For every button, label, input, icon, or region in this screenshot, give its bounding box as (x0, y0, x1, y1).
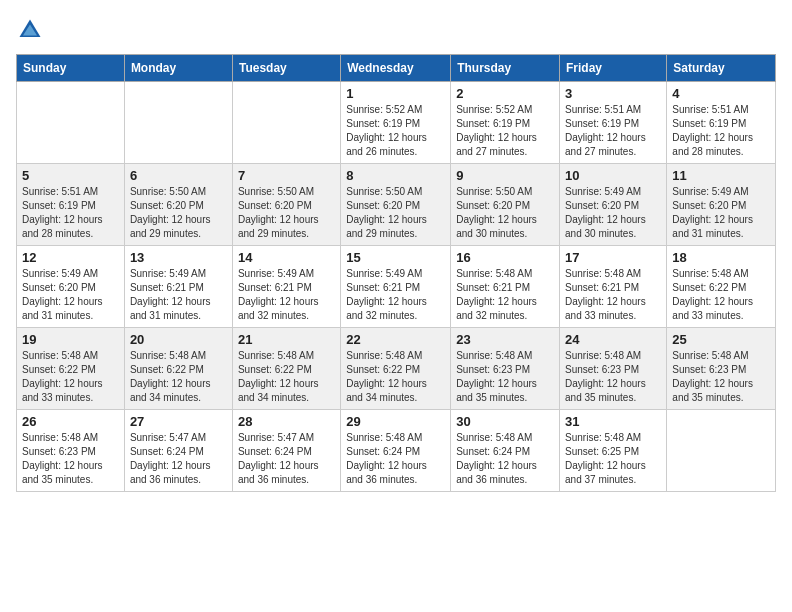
calendar-cell: 17Sunrise: 5:48 AM Sunset: 6:21 PM Dayli… (560, 246, 667, 328)
day-info: Sunrise: 5:52 AM Sunset: 6:19 PM Dayligh… (346, 103, 445, 159)
day-header-sunday: Sunday (17, 55, 125, 82)
day-number: 9 (456, 168, 554, 183)
day-info: Sunrise: 5:48 AM Sunset: 6:23 PM Dayligh… (565, 349, 661, 405)
day-info: Sunrise: 5:48 AM Sunset: 6:22 PM Dayligh… (672, 267, 770, 323)
day-number: 3 (565, 86, 661, 101)
day-info: Sunrise: 5:48 AM Sunset: 6:24 PM Dayligh… (346, 431, 445, 487)
day-info: Sunrise: 5:48 AM Sunset: 6:21 PM Dayligh… (456, 267, 554, 323)
calendar-cell: 7Sunrise: 5:50 AM Sunset: 6:20 PM Daylig… (232, 164, 340, 246)
day-number: 31 (565, 414, 661, 429)
day-info: Sunrise: 5:48 AM Sunset: 6:21 PM Dayligh… (565, 267, 661, 323)
calendar-cell: 6Sunrise: 5:50 AM Sunset: 6:20 PM Daylig… (124, 164, 232, 246)
day-number: 17 (565, 250, 661, 265)
day-info: Sunrise: 5:49 AM Sunset: 6:21 PM Dayligh… (130, 267, 227, 323)
day-info: Sunrise: 5:51 AM Sunset: 6:19 PM Dayligh… (565, 103, 661, 159)
day-info: Sunrise: 5:49 AM Sunset: 6:20 PM Dayligh… (565, 185, 661, 241)
day-info: Sunrise: 5:50 AM Sunset: 6:20 PM Dayligh… (238, 185, 335, 241)
calendar-cell: 30Sunrise: 5:48 AM Sunset: 6:24 PM Dayli… (451, 410, 560, 492)
week-row-2: 5Sunrise: 5:51 AM Sunset: 6:19 PM Daylig… (17, 164, 776, 246)
calendar-cell: 24Sunrise: 5:48 AM Sunset: 6:23 PM Dayli… (560, 328, 667, 410)
day-info: Sunrise: 5:49 AM Sunset: 6:21 PM Dayligh… (238, 267, 335, 323)
calendar-cell (232, 82, 340, 164)
day-info: Sunrise: 5:51 AM Sunset: 6:19 PM Dayligh… (22, 185, 119, 241)
calendar-cell: 9Sunrise: 5:50 AM Sunset: 6:20 PM Daylig… (451, 164, 560, 246)
day-number: 13 (130, 250, 227, 265)
week-row-4: 19Sunrise: 5:48 AM Sunset: 6:22 PM Dayli… (17, 328, 776, 410)
day-number: 16 (456, 250, 554, 265)
day-info: Sunrise: 5:47 AM Sunset: 6:24 PM Dayligh… (130, 431, 227, 487)
day-number: 23 (456, 332, 554, 347)
day-info: Sunrise: 5:48 AM Sunset: 6:23 PM Dayligh… (672, 349, 770, 405)
day-number: 7 (238, 168, 335, 183)
day-number: 18 (672, 250, 770, 265)
day-info: Sunrise: 5:51 AM Sunset: 6:19 PM Dayligh… (672, 103, 770, 159)
day-info: Sunrise: 5:48 AM Sunset: 6:23 PM Dayligh… (456, 349, 554, 405)
day-number: 12 (22, 250, 119, 265)
calendar-cell: 16Sunrise: 5:48 AM Sunset: 6:21 PM Dayli… (451, 246, 560, 328)
day-number: 1 (346, 86, 445, 101)
day-number: 8 (346, 168, 445, 183)
day-number: 4 (672, 86, 770, 101)
calendar-cell: 29Sunrise: 5:48 AM Sunset: 6:24 PM Dayli… (341, 410, 451, 492)
day-number: 30 (456, 414, 554, 429)
calendar-cell: 11Sunrise: 5:49 AM Sunset: 6:20 PM Dayli… (667, 164, 776, 246)
day-info: Sunrise: 5:50 AM Sunset: 6:20 PM Dayligh… (346, 185, 445, 241)
day-header-tuesday: Tuesday (232, 55, 340, 82)
day-number: 14 (238, 250, 335, 265)
week-row-1: 1Sunrise: 5:52 AM Sunset: 6:19 PM Daylig… (17, 82, 776, 164)
calendar-cell: 19Sunrise: 5:48 AM Sunset: 6:22 PM Dayli… (17, 328, 125, 410)
calendar-cell: 21Sunrise: 5:48 AM Sunset: 6:22 PM Dayli… (232, 328, 340, 410)
day-number: 28 (238, 414, 335, 429)
day-number: 29 (346, 414, 445, 429)
calendar-cell: 8Sunrise: 5:50 AM Sunset: 6:20 PM Daylig… (341, 164, 451, 246)
day-number: 21 (238, 332, 335, 347)
page-header (16, 16, 776, 44)
day-header-saturday: Saturday (667, 55, 776, 82)
day-info: Sunrise: 5:50 AM Sunset: 6:20 PM Dayligh… (456, 185, 554, 241)
day-info: Sunrise: 5:48 AM Sunset: 6:24 PM Dayligh… (456, 431, 554, 487)
calendar-cell: 4Sunrise: 5:51 AM Sunset: 6:19 PM Daylig… (667, 82, 776, 164)
day-number: 24 (565, 332, 661, 347)
calendar-cell: 18Sunrise: 5:48 AM Sunset: 6:22 PM Dayli… (667, 246, 776, 328)
calendar-table: SundayMondayTuesdayWednesdayThursdayFrid… (16, 54, 776, 492)
day-number: 22 (346, 332, 445, 347)
calendar-cell (124, 82, 232, 164)
calendar-cell: 12Sunrise: 5:49 AM Sunset: 6:20 PM Dayli… (17, 246, 125, 328)
day-header-monday: Monday (124, 55, 232, 82)
week-row-3: 12Sunrise: 5:49 AM Sunset: 6:20 PM Dayli… (17, 246, 776, 328)
day-header-thursday: Thursday (451, 55, 560, 82)
calendar-cell (667, 410, 776, 492)
calendar-header-row: SundayMondayTuesdayWednesdayThursdayFrid… (17, 55, 776, 82)
calendar-cell: 13Sunrise: 5:49 AM Sunset: 6:21 PM Dayli… (124, 246, 232, 328)
day-number: 19 (22, 332, 119, 347)
day-info: Sunrise: 5:48 AM Sunset: 6:25 PM Dayligh… (565, 431, 661, 487)
calendar-cell: 1Sunrise: 5:52 AM Sunset: 6:19 PM Daylig… (341, 82, 451, 164)
calendar-cell: 27Sunrise: 5:47 AM Sunset: 6:24 PM Dayli… (124, 410, 232, 492)
day-info: Sunrise: 5:48 AM Sunset: 6:22 PM Dayligh… (130, 349, 227, 405)
day-info: Sunrise: 5:52 AM Sunset: 6:19 PM Dayligh… (456, 103, 554, 159)
day-number: 25 (672, 332, 770, 347)
calendar-cell: 28Sunrise: 5:47 AM Sunset: 6:24 PM Dayli… (232, 410, 340, 492)
day-info: Sunrise: 5:50 AM Sunset: 6:20 PM Dayligh… (130, 185, 227, 241)
day-info: Sunrise: 5:49 AM Sunset: 6:20 PM Dayligh… (22, 267, 119, 323)
calendar-cell: 22Sunrise: 5:48 AM Sunset: 6:22 PM Dayli… (341, 328, 451, 410)
day-info: Sunrise: 5:49 AM Sunset: 6:20 PM Dayligh… (672, 185, 770, 241)
calendar-cell: 3Sunrise: 5:51 AM Sunset: 6:19 PM Daylig… (560, 82, 667, 164)
day-number: 5 (22, 168, 119, 183)
calendar-cell (17, 82, 125, 164)
day-number: 10 (565, 168, 661, 183)
calendar-cell: 10Sunrise: 5:49 AM Sunset: 6:20 PM Dayli… (560, 164, 667, 246)
day-header-wednesday: Wednesday (341, 55, 451, 82)
day-info: Sunrise: 5:48 AM Sunset: 6:22 PM Dayligh… (346, 349, 445, 405)
calendar-cell: 5Sunrise: 5:51 AM Sunset: 6:19 PM Daylig… (17, 164, 125, 246)
calendar-cell: 14Sunrise: 5:49 AM Sunset: 6:21 PM Dayli… (232, 246, 340, 328)
logo-icon (16, 16, 44, 44)
day-info: Sunrise: 5:48 AM Sunset: 6:22 PM Dayligh… (238, 349, 335, 405)
day-info: Sunrise: 5:47 AM Sunset: 6:24 PM Dayligh… (238, 431, 335, 487)
day-info: Sunrise: 5:48 AM Sunset: 6:23 PM Dayligh… (22, 431, 119, 487)
day-info: Sunrise: 5:49 AM Sunset: 6:21 PM Dayligh… (346, 267, 445, 323)
calendar-cell: 26Sunrise: 5:48 AM Sunset: 6:23 PM Dayli… (17, 410, 125, 492)
logo (16, 16, 48, 44)
day-number: 2 (456, 86, 554, 101)
day-number: 20 (130, 332, 227, 347)
